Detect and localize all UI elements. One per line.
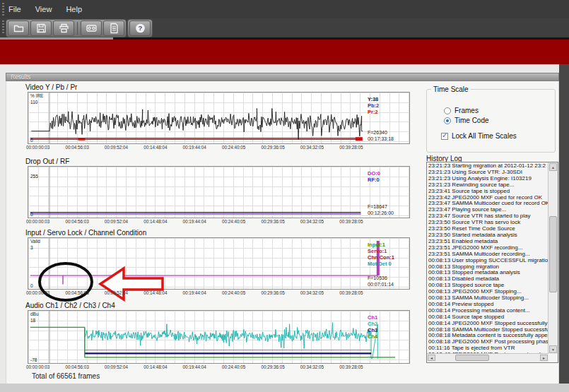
menu-view[interactable]: View <box>35 5 52 13</box>
video-chart-plot[interactable]: % IRE 110 0 Y:38Pb:2Pr:2 F=2634000:17:33… <box>28 92 410 144</box>
log-entry[interactable]: 00:08:18 Metadata content is successfull… <box>428 333 549 339</box>
toolbar-gripper <box>2 20 4 35</box>
x-tick-label: 00:19:44:04 <box>183 145 206 150</box>
log-entry[interactable]: 23:23:42 JPEG2000 MXF cued for record OK <box>428 195 549 201</box>
scroll-down-arrow-icon[interactable]: ▼ <box>549 345 557 353</box>
cursor-readout-line: 00:12:26:00 <box>368 210 394 217</box>
log-entry[interactable]: 23:21:23 Rewinding source tape... <box>428 182 549 189</box>
y-axis-max: 255 <box>30 174 38 179</box>
log-entry[interactable]: 00:08:13 Stopped metadata analysis <box>428 270 549 276</box>
video-chart: Video Y / Pb / Pr % IRE 110 0 Y:38Pb:2Pr… <box>12 83 412 150</box>
vertical-scroll-thumb[interactable] <box>549 216 557 292</box>
legend-entry: Ch2 <box>368 321 377 327</box>
x-tick-label: 00:29:36:05 <box>261 290 284 295</box>
history-log-list[interactable]: 23:21:23 Starting migration at 2012-01-1… <box>426 162 558 363</box>
log-entry[interactable]: 00:08:13 SAMMA Multicoder Stopping... <box>428 295 549 302</box>
lock-checkbox-label: Lock All Time Scales <box>452 132 517 140</box>
log-entry[interactable]: 23:23:50 Reset Time Code Source <box>428 226 549 232</box>
log-entry[interactable]: 00:08:13 Stopped source tape <box>428 283 549 289</box>
log-entry[interactable]: 00:08:13 User stopping SUCCESSFUL migrat… <box>428 258 549 264</box>
timecode-radio-label: Time Code <box>454 117 489 124</box>
horizontal-scroll-thumb[interactable] <box>455 355 489 361</box>
x-tick-label: 00:00:00:03 <box>26 290 49 295</box>
log-entry[interactable]: 00:08:14 Source tape stopped <box>428 314 549 321</box>
lock-checkbox-row[interactable]: Lock All Time Scales <box>441 132 517 140</box>
menu-help[interactable]: Help <box>66 5 82 13</box>
y-axis-min: -78 <box>30 357 37 362</box>
x-tick-label: 00:09:52:04 <box>105 145 128 150</box>
log-entry[interactable]: 23:23:41 Source tape is stopped <box>428 189 549 195</box>
chart-title: Video Y / Pb / Pr <box>25 83 412 91</box>
log-entry[interactable]: 23:23:47 SAMMA Multicoder cued for recor… <box>428 201 549 207</box>
open-folder-button[interactable] <box>8 20 29 36</box>
print-button[interactable] <box>53 20 74 36</box>
log-entry[interactable]: 00:08:14 Preview stopped <box>428 302 549 308</box>
log-entry[interactable]: 23:23:50 Started metadata analysis <box>428 232 549 239</box>
dropout-chart-plot[interactable]: 255 0 DO:0RF:0 F=1864700:12:26:00 <box>28 166 410 218</box>
report-button[interactable] <box>103 20 124 36</box>
history-vertical-scrollbar[interactable]: ▲ ▼ <box>548 162 558 354</box>
log-entry[interactable]: 23:21:23 Using Source VTR: J-30SDI <box>428 170 549 176</box>
log-entry[interactable]: 00:08:18 JPEG2000 MXF Post processing ph… <box>428 339 549 345</box>
report-icon <box>108 23 120 34</box>
timecode-radio[interactable] <box>444 117 451 124</box>
frames-radio-row[interactable]: Frames <box>444 107 479 114</box>
log-entry[interactable]: 00:08:13 Disabled metadata <box>428 276 549 283</box>
toolbar-separator <box>77 22 78 35</box>
help-button[interactable]: ? <box>129 20 151 36</box>
cursor-readout-line: F=18647 <box>368 204 394 210</box>
frames-radio[interactable] <box>444 107 451 114</box>
log-entry[interactable]: 00:08:13 JPEG2000 MXF Stopping... <box>428 289 549 295</box>
legend-entry: Ch4 <box>368 333 377 340</box>
window-bottom-edge <box>0 384 569 392</box>
help-icon: ? <box>134 23 146 34</box>
lock-checkbox[interactable] <box>441 133 448 140</box>
y-axis-unit: % IRE <box>30 93 43 98</box>
log-entry[interactable]: 23:23:47 Source VTR has started to play <box>428 213 549 220</box>
results-title: Results <box>11 73 30 81</box>
scroll-left-arrow-icon[interactable]: ◄ <box>428 355 435 361</box>
log-entry[interactable]: 23:21:23 Using Analysis Engine: I103219 <box>428 176 549 182</box>
legend-entry: RF:0 <box>368 177 380 183</box>
log-entry[interactable]: 23:21:23 Starting migration at 2012-01-1… <box>428 163 549 170</box>
results-title-bar: Results <box>6 73 559 81</box>
x-tick-label: 00:00:00:03 <box>26 145 49 150</box>
y-axis-unit: dBu <box>30 311 39 316</box>
log-entry[interactable]: 23:23:47 Playing source tape... <box>428 207 549 213</box>
chart-legend: Ch1Ch2Ch3Ch4 <box>368 314 377 340</box>
log-entry[interactable]: 23:23:51 JPEG2000 MXF recording... <box>428 245 549 251</box>
history-horizontal-scrollbar[interactable]: ◄ ► <box>427 353 549 362</box>
menu-file[interactable]: File <box>8 5 21 13</box>
log-entry[interactable]: 00:11:16 Tape is ejected from VTR <box>428 345 549 352</box>
x-tick-label: 00:34:32:05 <box>300 290 324 295</box>
log-entry[interactable]: 23:23:50 Source VTR has servo lock <box>428 220 549 226</box>
x-tick-label: 00:14:48:04 <box>143 290 167 295</box>
log-entry[interactable]: 00:08:18 SAMMA Multicoder Stopped succes… <box>428 327 549 333</box>
cursor-readout: F=2634000:17:33:18 <box>368 130 394 142</box>
x-tick-label: 00:00:00:03 <box>26 219 49 224</box>
log-entry[interactable]: 00:08:14 Processing metadata content... <box>428 308 549 314</box>
servo-chart: Input / Servo Lock / Channel Condition V… <box>12 229 412 296</box>
toolbar: ? <box>0 18 569 37</box>
print-icon <box>58 23 70 34</box>
tape-button[interactable] <box>81 20 102 36</box>
scroll-up-arrow-icon[interactable]: ▲ <box>549 163 557 171</box>
cursor-readout-line: 00:17:33:18 <box>368 136 394 143</box>
x-axis-ticks: 00:00:00:0300:04:56:0300:09:52:0400:14:4… <box>12 144 412 150</box>
log-entry[interactable]: 23:23:51 SAMMA Multicoder recording... <box>428 251 549 258</box>
chart-title: Input / Servo Lock / Channel Condition <box>25 229 412 237</box>
audio-chart-plot[interactable]: dBu 18 -78 Ch1Ch2Ch3Ch4 <box>28 310 410 364</box>
servo-chart-plot[interactable]: Valid 3 0 Input:1Servo:1Chn Con:1Mot Det… <box>28 237 410 290</box>
x-tick-label: 00:24:40:05 <box>222 364 245 369</box>
log-entry[interactable]: 23:23:51 Enabled metadata <box>428 239 549 245</box>
cursor-readout: F=1864700:12:26:00 <box>368 204 394 216</box>
save-button[interactable] <box>30 20 52 36</box>
x-axis-ticks: 00:00:00:0300:04:56:0300:09:52:0400:14:4… <box>12 364 412 370</box>
x-tick-label: 00:34:32:05 <box>300 219 324 224</box>
log-entry[interactable]: 00:08:13 Stopping migration <box>428 264 549 271</box>
legend-entry: Ch3 <box>368 327 377 333</box>
scroll-right-arrow-icon[interactable]: ► <box>540 355 548 361</box>
log-entry[interactable]: 00:08:14 JPEG2000 MXF Stopped successful… <box>428 321 549 327</box>
save-icon <box>35 23 47 34</box>
timecode-radio-row[interactable]: Time Code <box>444 117 489 124</box>
